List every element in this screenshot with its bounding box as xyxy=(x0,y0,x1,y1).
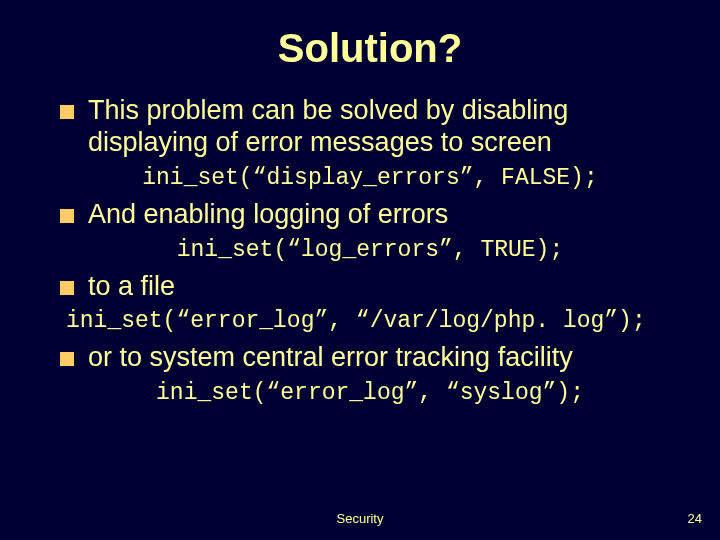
page-title: Solution? xyxy=(60,26,680,71)
code-line: ini_set(“error_log”, “syslog”); xyxy=(60,380,680,406)
bullet-text: And enabling logging of errors xyxy=(88,199,448,231)
page-number: 24 xyxy=(688,511,702,526)
bullet-item: or to system central error tracking faci… xyxy=(60,342,680,374)
square-bullet-icon xyxy=(60,105,74,119)
bullet-text: to a file xyxy=(88,271,175,303)
code-line: ini_set(“display_errors”, FALSE); xyxy=(60,165,680,191)
bullet-text: This problem can be solved by disabling … xyxy=(88,95,680,159)
bullet-item: to a file xyxy=(60,271,680,303)
code-line: ini_set(“error_log”, “/var/log/php. log”… xyxy=(66,308,680,334)
square-bullet-icon xyxy=(60,281,74,295)
square-bullet-icon xyxy=(60,352,74,366)
bullet-item: This problem can be solved by disabling … xyxy=(60,95,680,159)
bullet-text: or to system central error tracking faci… xyxy=(88,342,573,374)
slide: Solution? This problem can be solved by … xyxy=(0,0,720,540)
footer-label: Security xyxy=(0,511,720,526)
bullet-item: And enabling logging of errors xyxy=(60,199,680,231)
code-line: ini_set(“log_errors”, TRUE); xyxy=(60,237,680,263)
square-bullet-icon xyxy=(60,209,74,223)
